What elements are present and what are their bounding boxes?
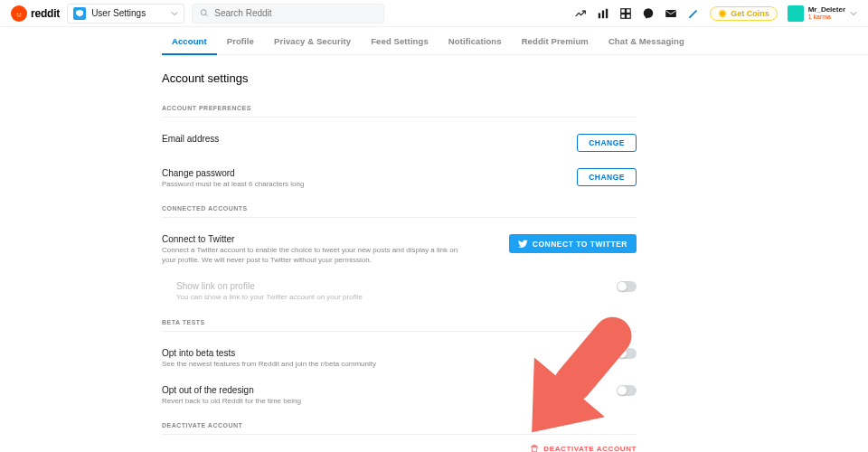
svg-rect-13 bbox=[665, 9, 676, 16]
svg-point-1 bbox=[20, 13, 22, 14]
header-icon-row: Get Coins Mr_Deleter 1 karma bbox=[574, 5, 857, 22]
connect-twitter-button[interactable]: Connect to Twitter bbox=[509, 234, 637, 253]
password-desc: Password must be at least 6 characters l… bbox=[162, 180, 304, 189]
reddit-wordmark: reddit bbox=[31, 7, 60, 20]
opt-out-title: Opt out of the redesign bbox=[162, 385, 301, 395]
email-row: Email address Change bbox=[162, 134, 637, 152]
svg-rect-10 bbox=[621, 14, 626, 18]
settings-tabs: AccountProfilePrivacy & SecurityFeed Set… bbox=[162, 27, 868, 55]
change-email-button[interactable]: Change bbox=[577, 134, 637, 152]
section-heading-connected: Connected accounts bbox=[162, 205, 637, 218]
popular-icon[interactable] bbox=[574, 7, 587, 20]
opt-in-beta-row: Opt into beta tests See the newest featu… bbox=[162, 348, 637, 369]
tab-chat-messaging[interactable]: Chat & Messaging bbox=[599, 27, 694, 54]
connect-twitter-label: Connect to Twitter bbox=[533, 240, 627, 249]
header-bar: reddit User Settings Get Coins Mr_Delete… bbox=[0, 0, 868, 27]
chevron-down-icon bbox=[850, 10, 857, 17]
tab-account[interactable]: Account bbox=[162, 27, 217, 55]
password-row: Change password Password must be at leas… bbox=[162, 168, 637, 189]
change-password-button[interactable]: Change bbox=[577, 168, 637, 186]
page-title: Account settings bbox=[162, 71, 637, 85]
settings-icon bbox=[73, 7, 86, 20]
nav-dropdown[interactable]: User Settings bbox=[67, 4, 184, 24]
search-icon bbox=[200, 8, 209, 18]
search-bar[interactable] bbox=[192, 4, 384, 24]
twitter-icon bbox=[518, 239, 528, 249]
svg-rect-6 bbox=[602, 10, 604, 18]
tab-privacy-security[interactable]: Privacy & Security bbox=[264, 27, 361, 54]
tab-profile[interactable]: Profile bbox=[217, 27, 264, 54]
tab-notifications[interactable]: Notifications bbox=[439, 27, 512, 54]
twitter-title: Connect to Twitter bbox=[162, 234, 460, 244]
svg-rect-7 bbox=[606, 8, 608, 18]
opt-out-desc: Revert back to old Reddit for the time b… bbox=[162, 397, 301, 406]
password-title: Change password bbox=[162, 168, 304, 178]
user-menu[interactable]: Mr_Deleter 1 karma bbox=[788, 5, 857, 22]
chevron-down-icon bbox=[171, 10, 178, 17]
karma-label: 1 karma bbox=[808, 14, 845, 20]
svg-point-0 bbox=[17, 13, 19, 14]
section-heading-deactivate: Deactivate account bbox=[162, 422, 637, 434]
svg-rect-11 bbox=[627, 14, 631, 18]
username-label: Mr_Deleter bbox=[808, 6, 845, 14]
coins-label: Get Coins bbox=[731, 9, 769, 18]
tab-reddit-premium[interactable]: Reddit Premium bbox=[512, 27, 599, 54]
svg-rect-9 bbox=[627, 8, 631, 13]
section-heading-preferences: Account preferences bbox=[162, 105, 637, 118]
reddit-logo[interactable]: reddit bbox=[11, 5, 60, 22]
opt-in-beta-toggle[interactable] bbox=[617, 348, 637, 359]
svg-point-12 bbox=[644, 8, 654, 18]
search-input[interactable] bbox=[214, 8, 375, 18]
opt-out-redesign-toggle[interactable] bbox=[617, 385, 637, 396]
chat-icon[interactable] bbox=[642, 7, 655, 20]
svg-point-3 bbox=[201, 10, 206, 15]
nav-dropdown-label: User Settings bbox=[91, 8, 146, 18]
twitter-row: Connect to Twitter Connect a Twitter acc… bbox=[162, 234, 637, 265]
reddit-logo-icon bbox=[11, 5, 27, 22]
opt-in-beta-desc: See the newest features from Reddit and … bbox=[162, 360, 376, 369]
twitter-desc: Connect a Twitter account to enable the … bbox=[162, 246, 460, 265]
svg-point-15 bbox=[721, 11, 725, 15]
show-link-desc: You can show a link to your Twitter acco… bbox=[176, 293, 363, 302]
avatar bbox=[788, 5, 804, 22]
messages-icon[interactable] bbox=[665, 7, 677, 20]
svg-rect-5 bbox=[599, 13, 600, 18]
trash-icon bbox=[530, 444, 539, 452]
opt-in-beta-title: Opt into beta tests bbox=[162, 348, 376, 358]
create-post-icon[interactable] bbox=[687, 7, 700, 20]
section-heading-beta: Beta tests bbox=[162, 319, 637, 332]
rpan-icon[interactable] bbox=[619, 7, 632, 20]
email-title: Email address bbox=[162, 134, 219, 144]
opt-out-redesign-row: Opt out of the redesign Revert back to o… bbox=[162, 385, 637, 406]
show-link-title: Show link on profile bbox=[176, 281, 363, 291]
deactivate-label: Deactivate account bbox=[543, 445, 637, 452]
tab-feed-settings[interactable]: Feed Settings bbox=[361, 27, 439, 54]
show-link-toggle bbox=[617, 281, 637, 292]
get-coins-button[interactable]: Get Coins bbox=[710, 6, 778, 21]
svg-line-4 bbox=[205, 14, 208, 17]
deactivate-account-button[interactable]: Deactivate account bbox=[162, 434, 637, 452]
coin-icon bbox=[718, 9, 727, 18]
show-link-row: Show link on profile You can show a link… bbox=[162, 281, 637, 302]
svg-rect-8 bbox=[621, 8, 626, 13]
all-icon[interactable] bbox=[597, 7, 609, 20]
